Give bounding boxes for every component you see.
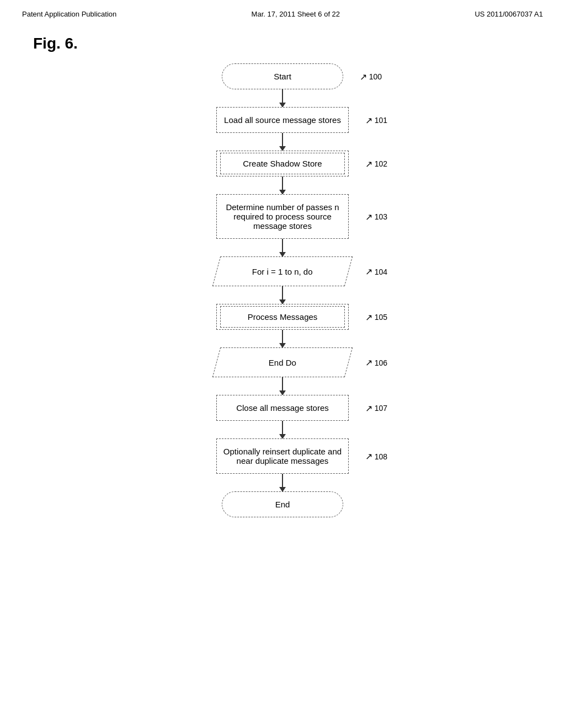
node-101-box: Load all source message stores: [216, 107, 349, 133]
node-103: Determine number of passes n required to…: [172, 194, 393, 239]
arrow-2: [282, 133, 283, 151]
header-left: Patent Application Publication: [22, 10, 116, 18]
end-box: End: [222, 491, 343, 517]
node-end: End: [172, 491, 393, 517]
node-103-box: Determine number of passes n required to…: [216, 194, 349, 239]
node-101-shape: Load all source message stores ↗ 101: [216, 107, 349, 133]
node-108-label: Optionally reinsert duplicate and near d…: [223, 447, 342, 465]
figure-title: Fig. 6.: [0, 24, 565, 58]
arrow-1: [282, 89, 283, 107]
node-105-shape: Process Messages ↗ 105: [216, 304, 349, 330]
page-header: Patent Application Publication Mar. 17, …: [0, 0, 565, 24]
node-102-box: Create Shadow Store: [216, 151, 349, 176]
node-101-ref: ↗ 101: [365, 115, 387, 125]
header-center: Mar. 17, 2011 Sheet 6 of 22: [252, 10, 340, 18]
node-108-ref: ↗ 108: [365, 451, 387, 462]
node-101-label: Load all source message stores: [224, 115, 341, 125]
flowchart-diagram: Start ↗ 100 Load all source message stor…: [0, 58, 565, 534]
start-box: Start: [222, 63, 343, 89]
header-right: US 2011/0067037 A1: [475, 10, 543, 18]
node-105-ref: ↗ 105: [365, 312, 387, 322]
node-106-label: End Do: [269, 358, 296, 367]
node-104-box: For i = 1 to n, do: [212, 256, 353, 286]
node-106-ref: ↗ 106: [365, 357, 387, 368]
start-ref: ↗ 100: [360, 71, 382, 82]
node-105-label: Process Messages: [219, 309, 346, 325]
node-106-shape: End Do ↗ 106: [216, 347, 349, 377]
end-shape: End: [222, 491, 343, 517]
node-103-shape: Determine number of passes n required to…: [216, 194, 349, 239]
arrow-6: [282, 330, 283, 347]
node-108: Optionally reinsert duplicate and near d…: [172, 438, 393, 474]
arrow-3: [282, 176, 283, 194]
node-107-label: Close all message stores: [236, 403, 329, 413]
node-102-ref: ↗ 102: [365, 158, 387, 169]
node-103-label: Determine number of passes n required to…: [226, 202, 339, 231]
node-104-shape: For i = 1 to n, do ↗ 104: [216, 256, 349, 286]
node-102-shape: Create Shadow Store ↗ 102: [216, 151, 349, 176]
arrow-4: [282, 239, 283, 256]
node-101: Load all source message stores ↗ 101: [172, 107, 393, 133]
node-104-ref: ↗ 104: [365, 266, 387, 277]
start-shape: Start ↗ 100: [222, 63, 343, 89]
arrow-9: [282, 474, 283, 491]
node-103-ref: ↗ 103: [365, 211, 387, 222]
arrow-7: [282, 377, 283, 395]
node-start: Start ↗ 100: [172, 63, 393, 89]
node-107-box: Close all message stores: [216, 395, 349, 421]
node-107-ref: ↗ 107: [365, 403, 387, 413]
node-102: Create Shadow Store ↗ 102: [172, 151, 393, 176]
start-label: Start: [274, 72, 291, 81]
node-107-shape: Close all message stores ↗ 107: [216, 395, 349, 421]
node-108-box: Optionally reinsert duplicate and near d…: [216, 438, 349, 474]
node-106: End Do ↗ 106: [172, 347, 393, 377]
arrow-8: [282, 421, 283, 438]
node-104-label: For i = 1 to n, do: [252, 267, 313, 276]
end-label: End: [275, 500, 290, 509]
node-105: Process Messages ↗ 105: [172, 304, 393, 330]
node-108-shape: Optionally reinsert duplicate and near d…: [216, 438, 349, 474]
node-106-box: End Do: [212, 347, 353, 377]
node-102-label: Create Shadow Store: [219, 156, 346, 172]
node-105-box: Process Messages: [216, 304, 349, 330]
arrow-5: [282, 286, 283, 304]
node-104: For i = 1 to n, do ↗ 104: [172, 256, 393, 286]
node-107: Close all message stores ↗ 107: [172, 395, 393, 421]
